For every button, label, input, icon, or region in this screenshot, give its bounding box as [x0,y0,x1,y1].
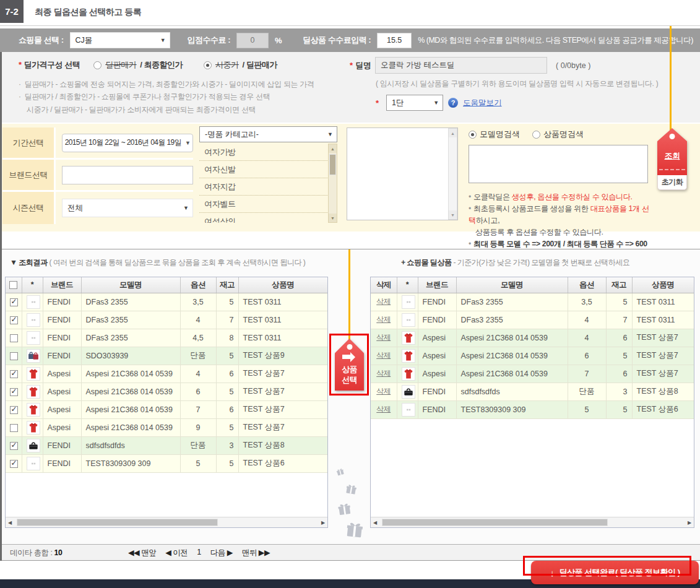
radio-icon[interactable] [93,61,102,69]
page-last-button[interactable]: 맨뒤 ▶▶ [242,548,270,558]
category-list-item[interactable]: 여자가방 [199,144,327,161]
product-select-tag-button[interactable]: 상품 선택 [335,339,364,391]
row-checkbox-cell[interactable] [6,454,22,472]
reset-button[interactable]: 초기화 [657,175,687,190]
search-keywords-textarea[interactable] [469,145,648,183]
row-checkbox[interactable] [10,334,18,342]
row-checkbox-checked[interactable] [10,460,18,468]
entry-fee-input[interactable] [236,33,269,48]
radio-model-search[interactable]: 모델명검색 [469,129,520,140]
product-name-cell: TEST 상품7 [238,365,327,383]
page-first-button[interactable]: ◀◀ 맨앞 [128,548,156,558]
scroll-left-icon[interactable]: ◀ [6,517,14,527]
scroll-down-icon[interactable]: ▼ [449,210,457,219]
row-checkbox-cell[interactable] [6,365,22,383]
category-listbox[interactable]: 여자가방여자신발여자지갑여자벨트여성상의 ▲ ▼ [199,144,337,223]
table-row: FENDIDFas3 235547TEST 0311 [6,311,327,329]
gift-icon [345,520,365,540]
row-checkbox[interactable] [10,352,18,360]
search-button[interactable]: 조회 [657,150,687,162]
mall-select[interactable]: CJ몰 ▼ [70,32,170,48]
model-cell: Aspesi 21C368 014 0539 [81,418,180,436]
row-delete-cell[interactable]: 삭제 [371,329,397,347]
product-thumb-cell [22,365,43,383]
category-list-item[interactable]: 여성상의 [199,213,327,223]
delete-link[interactable]: 삭제 [376,369,391,378]
radio-final-discount-price[interactable]: 딜판매가 / 최종할인가 [93,59,183,71]
delete-link[interactable]: 삭제 [376,333,391,342]
row-checkbox-checked[interactable] [10,298,18,306]
tier-select[interactable]: 1단 ▼ [386,95,443,111]
scroll-right-icon[interactable]: ▶ [319,517,327,527]
row-checkbox-checked[interactable] [10,370,18,378]
row-checkbox[interactable] [10,424,18,432]
scrollbar-thumb[interactable] [17,519,218,526]
delete-link[interactable]: 삭제 [376,315,391,324]
scroll-down-icon[interactable]: ▼ [329,214,337,222]
radio-market-deal-price[interactable]: 시중가 / 딜판매가 [204,59,277,71]
row-checkbox-cell[interactable] [6,311,22,329]
brand-input[interactable] [62,166,193,184]
row-delete-cell[interactable]: 삭제 [371,383,397,400]
category-list-item[interactable]: 여자지갑 [199,178,327,196]
deal-name-input[interactable] [375,57,547,74]
option-cell: 단품 [568,383,606,400]
radio-product-search[interactable]: 상품명검색 [532,129,584,140]
deal-fee-input[interactable] [377,33,412,48]
season-select[interactable]: 전체 ▼ [62,199,193,217]
radio-selected-icon[interactable] [204,61,212,69]
page-next-button[interactable]: 다음 ▶ [210,548,233,558]
product-select-button[interactable]: 상품 선택 [335,365,364,386]
product-thumb-cell [22,293,43,311]
select-all-checkbox[interactable] [9,281,17,289]
row-checkbox-checked[interactable] [10,406,18,414]
page-prev-button[interactable]: ◀ 이전 [165,548,188,558]
row-delete-cell[interactable]: 삭제 [371,311,397,329]
radio-icon[interactable] [532,131,540,139]
row-checkbox-checked[interactable] [10,388,18,396]
category-list-item[interactable]: 여자벨트 [199,196,327,213]
category-scrollbar[interactable]: ▲ ▼ [328,144,337,223]
delete-link[interactable]: 삭제 [376,297,391,306]
category-list-item[interactable]: 여자신발 [199,161,327,178]
category-select[interactable]: -명품 카테고리- ▼ [199,126,337,142]
selected-category-scrollbar[interactable]: ▲ ▼ [448,128,457,220]
delete-link[interactable]: 삭제 [376,405,391,413]
selected-category-listbox[interactable]: ▲ ▼ [347,128,458,220]
delete-link[interactable]: 삭제 [376,387,391,396]
row-checkbox-cell[interactable] [6,329,22,347]
row-checkbox-cell[interactable] [6,347,22,365]
row-checkbox-checked[interactable] [10,316,18,324]
scroll-right-icon[interactable]: ▶ [685,517,694,527]
period-range-select[interactable]: 2015년 10월 22일 ~ 2016년 04월 19일 ▼ [62,134,193,152]
row-checkbox-cell[interactable] [6,400,22,418]
row-checkbox-cell[interactable] [6,383,22,400]
row-checkbox-cell[interactable] [6,293,22,311]
scrollbar-thumb[interactable] [329,154,336,175]
row-checkbox-cell[interactable] [6,418,22,436]
arrow-right-icon [342,355,350,359]
results-hscrollbar[interactable]: ◀ ▶ [6,517,327,527]
scroll-up-icon[interactable]: ▲ [329,144,337,153]
product-name-cell: TEST 0311 [238,311,327,329]
row-delete-cell[interactable]: 삭제 [371,293,397,311]
tier-required-mark: * [376,98,379,108]
search-tag-button[interactable]: 조회 초기화 [657,128,687,190]
scroll-left-icon[interactable]: ◀ [371,517,379,527]
deal-select-complete-button[interactable]: ↓ 딜상품 선택완료( 딜상품 정보확인 ) [531,561,699,584]
deal-hscrollbar[interactable]: ◀ ▶ [371,517,694,527]
help-link[interactable]: 도움말보기 [463,98,502,108]
delete-link[interactable]: 삭제 [376,351,391,360]
row-checkbox-cell[interactable] [6,436,22,454]
row-delete-cell[interactable]: 삭제 [371,365,397,383]
radio-selected-icon[interactable] [469,131,477,139]
help-icon[interactable]: ? [448,98,458,108]
scrollbar-thumb[interactable] [382,519,608,526]
scroll-up-icon[interactable]: ▲ [449,129,457,137]
row-delete-cell[interactable]: 삭제 [371,400,397,418]
season-label: 시즌선택 [2,192,56,224]
row-checkbox-checked[interactable] [10,442,18,450]
row-delete-cell[interactable]: 삭제 [371,347,397,365]
thumb-red-shirt-icon [402,331,415,345]
page-number[interactable]: 1 [197,548,201,558]
